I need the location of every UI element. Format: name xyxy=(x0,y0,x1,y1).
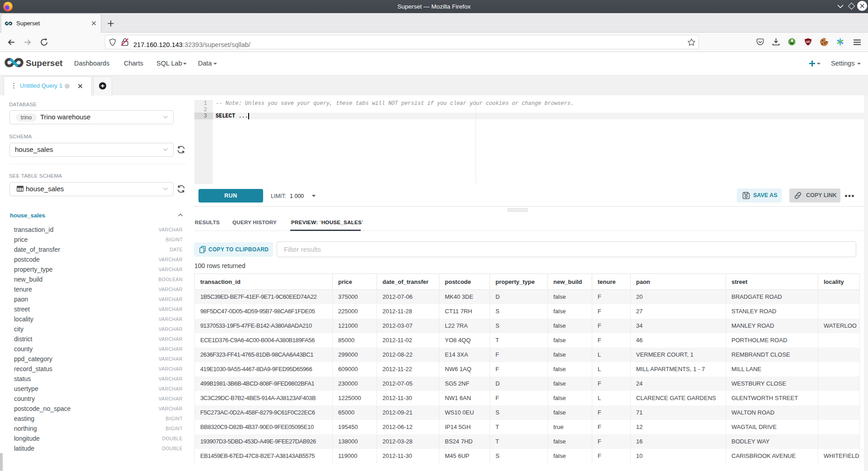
svg-text:UO: UO xyxy=(806,40,811,43)
